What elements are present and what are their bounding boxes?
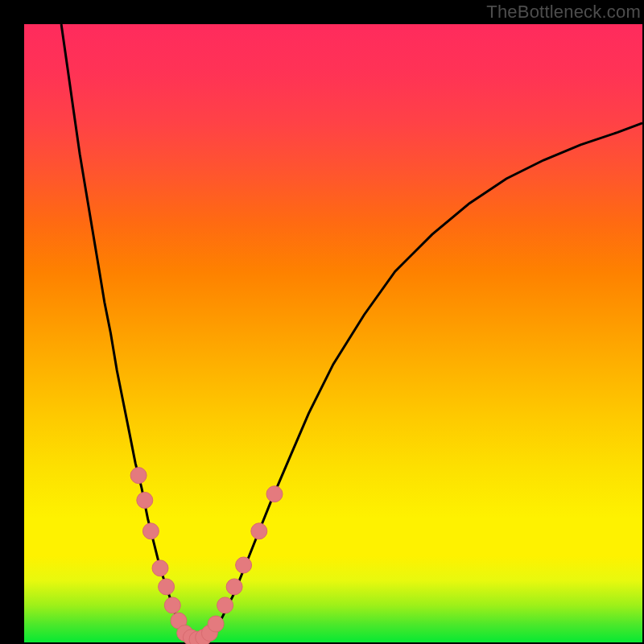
data-marker [130,468,147,484]
watermark-label: TheBottleneck.com [486,2,641,23]
data-marker [236,557,252,573]
data-marker [251,523,267,539]
data-marker [208,616,224,632]
data-marker [226,579,242,595]
data-marker [266,486,283,502]
v-curve-path [61,24,642,641]
marker-cluster [130,468,283,644]
bottleneck-curve [24,24,642,642]
plot-area [24,24,642,642]
data-marker [137,492,153,508]
data-marker [159,579,175,595]
data-marker [152,560,168,576]
data-marker [164,597,180,613]
chart-frame: TheBottleneck.com [0,0,644,644]
data-marker [142,523,159,539]
data-marker [217,597,233,613]
